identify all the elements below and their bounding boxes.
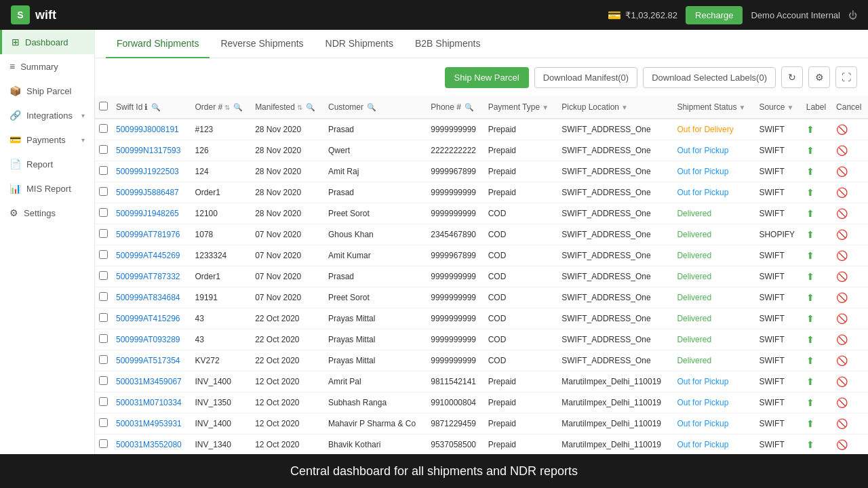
recharge-button[interactable]: Recharge [686, 6, 743, 24]
swift-id-link[interactable]: 500999J5886487 [116, 188, 179, 197]
filter-icon[interactable]: ▼ [738, 104, 745, 111]
select-all-header[interactable] [95, 96, 112, 119]
label-icon[interactable]: ⬆ [806, 271, 814, 282]
row-checkbox[interactable] [99, 208, 108, 217]
swift-id-cell[interactable]: 500999J1948265 [112, 203, 191, 224]
label-cell[interactable]: ⬆ [802, 371, 832, 392]
row-checkbox[interactable] [99, 355, 108, 364]
swift-id-cell[interactable]: 500999J8008191 [112, 119, 191, 140]
row-checkbox[interactable] [99, 334, 108, 343]
cancel-icon[interactable]: 🚫 [836, 208, 848, 219]
swift-id-link[interactable]: 500999J8008191 [116, 125, 179, 134]
sidebar-item-report[interactable]: 📄 Report [0, 152, 94, 176]
sidebar-item-integrations[interactable]: 🔗 Integrations ▾ [0, 103, 94, 127]
swift-id-cell[interactable]: 500999AT517354 [112, 350, 191, 371]
cancel-cell[interactable]: 🚫 [832, 266, 868, 287]
filter-icon[interactable]: ▼ [787, 104, 793, 111]
label-cell[interactable]: ⬆ [802, 413, 832, 434]
swift-id-cell[interactable]: 500999AT787332 [112, 266, 191, 287]
label-cell[interactable]: ⬆ [802, 266, 832, 287]
swift-id-link[interactable]: 500999AT781976 [116, 230, 180, 239]
label-icon[interactable]: ⬆ [806, 439, 814, 450]
cancel-cell[interactable]: 🚫 [832, 287, 868, 308]
tab-reverse-shipments[interactable]: Reverse Shipments [210, 30, 314, 58]
swift-id-cell[interactable]: 500031M0710334 [112, 392, 191, 413]
label-cell[interactable]: ⬆ [802, 224, 832, 245]
cancel-cell[interactable]: 🚫 [832, 203, 868, 224]
label-icon[interactable]: ⬆ [806, 208, 814, 219]
row-checkbox[interactable] [99, 271, 108, 280]
label-cell[interactable]: ⬆ [802, 329, 832, 350]
row-checkbox-cell[interactable] [95, 245, 112, 266]
cancel-cell[interactable]: 🚫 [832, 392, 868, 413]
tab-forward-shipments[interactable]: Forward Shipments [106, 30, 210, 58]
label-icon[interactable]: ⬆ [806, 166, 814, 177]
refresh-button[interactable]: ↻ [781, 66, 803, 88]
swift-id-link[interactable]: 500999N1317593 [116, 146, 180, 155]
cancel-icon[interactable]: 🚫 [836, 313, 848, 324]
label-icon[interactable]: ⬆ [806, 187, 814, 198]
row-checkbox-cell[interactable] [95, 140, 112, 161]
label-cell[interactable]: ⬆ [802, 203, 832, 224]
swift-id-cell[interactable]: 500031M3552080 [112, 434, 191, 455]
row-checkbox[interactable] [99, 229, 108, 238]
cancel-cell[interactable]: 🚫 [832, 329, 868, 350]
row-checkbox[interactable] [99, 250, 108, 259]
row-checkbox-cell[interactable] [95, 119, 112, 140]
label-cell[interactable]: ⬆ [802, 392, 832, 413]
label-icon[interactable]: ⬆ [806, 250, 814, 261]
label-icon[interactable]: ⬆ [806, 229, 814, 240]
row-checkbox-cell[interactable] [95, 203, 112, 224]
row-checkbox[interactable] [99, 187, 108, 196]
row-checkbox[interactable] [99, 313, 108, 322]
label-cell[interactable]: ⬆ [802, 119, 832, 140]
row-checkbox-cell[interactable] [95, 329, 112, 350]
ship-new-parcel-button[interactable]: Ship New Parcel [445, 67, 529, 88]
tab-b2b-shipments[interactable]: B2B Shipments [404, 30, 492, 58]
swift-id-link[interactable]: 500031M4953931 [116, 419, 182, 428]
sidebar-item-summary[interactable]: ≡ Summary [0, 54, 94, 79]
cancel-icon[interactable]: 🚫 [836, 187, 848, 198]
swift-id-link[interactable]: 500999J1922503 [116, 167, 179, 176]
cancel-cell[interactable]: 🚫 [832, 245, 868, 266]
download-manifest-button[interactable]: Download Manifest(0) [534, 67, 637, 88]
row-checkbox-cell[interactable] [95, 392, 112, 413]
swift-id-cell[interactable]: 500999AT834684 [112, 287, 191, 308]
download-labels-button[interactable]: Download Selected Labels(0) [643, 67, 776, 88]
sidebar-item-payments[interactable]: 💳 Payments ▾ [0, 127, 94, 152]
label-icon[interactable]: ⬆ [806, 124, 814, 135]
swift-id-link[interactable]: 500999J1948265 [116, 209, 179, 218]
label-icon[interactable]: ⬆ [806, 376, 814, 387]
cancel-cell[interactable]: 🚫 [832, 434, 868, 455]
label-icon[interactable]: ⬆ [806, 397, 814, 408]
swift-id-cell[interactable]: 500999J5886487 [112, 182, 191, 203]
expand-button[interactable]: ⛶ [835, 66, 857, 88]
swift-id-cell[interactable]: 500999AT445269 [112, 245, 191, 266]
row-checkbox-cell[interactable] [95, 434, 112, 455]
swift-id-link[interactable]: 500999AT517354 [116, 356, 180, 365]
label-cell[interactable]: ⬆ [802, 140, 832, 161]
label-icon[interactable]: ⬆ [806, 334, 814, 345]
cancel-cell[interactable]: 🚫 [832, 140, 868, 161]
row-checkbox-cell[interactable] [95, 371, 112, 392]
swift-id-link[interactable]: 500999AT445269 [116, 251, 180, 260]
cancel-icon[interactable]: 🚫 [836, 292, 848, 303]
cancel-cell[interactable]: 🚫 [832, 224, 868, 245]
settings-button[interactable]: ⚙ [808, 66, 830, 88]
select-all-checkbox[interactable] [99, 102, 108, 110]
swift-id-cell[interactable]: 500999N1317593 [112, 140, 191, 161]
row-checkbox[interactable] [99, 166, 108, 175]
cancel-icon[interactable]: 🚫 [836, 145, 848, 156]
cancel-icon[interactable]: 🚫 [836, 166, 848, 177]
swift-id-link[interactable]: 500031M3552080 [116, 440, 182, 449]
swift-id-link[interactable]: 500999AT093289 [116, 335, 180, 344]
search-icon[interactable]: 🔍 [151, 103, 161, 112]
cancel-icon[interactable]: 🚫 [836, 334, 848, 345]
cancel-cell[interactable]: 🚫 [832, 308, 868, 329]
row-checkbox[interactable] [99, 439, 108, 448]
row-checkbox[interactable] [99, 397, 108, 406]
label-icon[interactable]: ⬆ [806, 418, 814, 429]
power-icon[interactable]: ⏻ [848, 10, 857, 20]
cancel-icon[interactable]: 🚫 [836, 397, 848, 408]
cancel-icon[interactable]: 🚫 [836, 229, 848, 240]
